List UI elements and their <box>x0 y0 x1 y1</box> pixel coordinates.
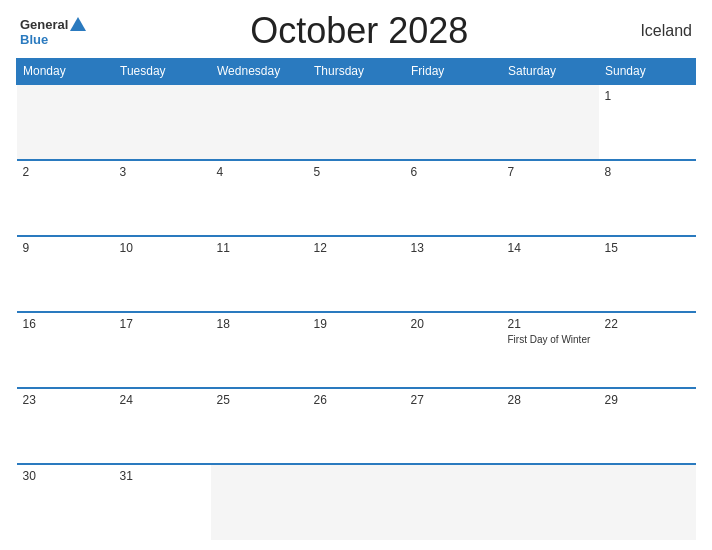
calendar-cell: 4 <box>211 160 308 236</box>
day-number: 21 <box>508 317 593 331</box>
weekday-header-monday: Monday <box>17 59 114 85</box>
day-number: 9 <box>23 241 108 255</box>
calendar-cell <box>502 464 599 540</box>
calendar-cell: 18 <box>211 312 308 388</box>
calendar-header: General Blue October 2028 Iceland <box>16 10 696 52</box>
weekday-header-saturday: Saturday <box>502 59 599 85</box>
calendar-cell: 13 <box>405 236 502 312</box>
weekday-header-sunday: Sunday <box>599 59 696 85</box>
day-number: 24 <box>120 393 205 407</box>
day-number: 19 <box>314 317 399 331</box>
calendar-cell: 21First Day of Winter <box>502 312 599 388</box>
week-row-3: 9101112131415 <box>17 236 696 312</box>
calendar-cell: 2 <box>17 160 114 236</box>
calendar-cell: 29 <box>599 388 696 464</box>
calendar-cell: 31 <box>114 464 211 540</box>
day-number: 1 <box>605 89 690 103</box>
calendar-cell: 15 <box>599 236 696 312</box>
day-number: 8 <box>605 165 690 179</box>
calendar-cell: 6 <box>405 160 502 236</box>
week-row-2: 2345678 <box>17 160 696 236</box>
weekday-header-wednesday: Wednesday <box>211 59 308 85</box>
calendar-cell <box>308 84 405 160</box>
day-number: 17 <box>120 317 205 331</box>
logo: General Blue <box>20 17 86 46</box>
calendar-cell: 8 <box>599 160 696 236</box>
day-number: 26 <box>314 393 399 407</box>
weekday-header-friday: Friday <box>405 59 502 85</box>
calendar-cell: 16 <box>17 312 114 388</box>
logo-triangle-icon <box>70 17 86 31</box>
day-number: 5 <box>314 165 399 179</box>
calendar-cell: 9 <box>17 236 114 312</box>
day-number: 13 <box>411 241 496 255</box>
calendar-cell: 1 <box>599 84 696 160</box>
calendar-cell: 24 <box>114 388 211 464</box>
day-number: 25 <box>217 393 302 407</box>
day-number: 16 <box>23 317 108 331</box>
calendar-cell: 26 <box>308 388 405 464</box>
day-number: 29 <box>605 393 690 407</box>
logo-general-text: General <box>20 18 68 31</box>
calendar-cell <box>17 84 114 160</box>
week-row-6: 3031 <box>17 464 696 540</box>
calendar-container: General Blue October 2028 Iceland Monday… <box>0 0 712 550</box>
calendar-cell: 14 <box>502 236 599 312</box>
day-number: 10 <box>120 241 205 255</box>
day-number: 11 <box>217 241 302 255</box>
calendar-cell <box>502 84 599 160</box>
calendar-cell: 20 <box>405 312 502 388</box>
calendar-body: 123456789101112131415161718192021First D… <box>17 84 696 540</box>
weekday-header-tuesday: Tuesday <box>114 59 211 85</box>
calendar-cell: 30 <box>17 464 114 540</box>
day-number: 3 <box>120 165 205 179</box>
logo-row1: General <box>20 17 86 33</box>
calendar-title: October 2028 <box>86 10 632 52</box>
calendar-cell: 7 <box>502 160 599 236</box>
day-number: 18 <box>217 317 302 331</box>
calendar-cell: 19 <box>308 312 405 388</box>
week-row-5: 23242526272829 <box>17 388 696 464</box>
day-number: 12 <box>314 241 399 255</box>
day-number: 15 <box>605 241 690 255</box>
calendar-cell <box>308 464 405 540</box>
calendar-thead: MondayTuesdayWednesdayThursdayFridaySatu… <box>17 59 696 85</box>
calendar-cell: 28 <box>502 388 599 464</box>
day-number: 6 <box>411 165 496 179</box>
calendar-cell <box>405 464 502 540</box>
calendar-cell: 12 <box>308 236 405 312</box>
calendar-cell: 5 <box>308 160 405 236</box>
day-number: 14 <box>508 241 593 255</box>
country-label: Iceland <box>632 22 692 40</box>
day-number: 27 <box>411 393 496 407</box>
day-number: 28 <box>508 393 593 407</box>
calendar-cell: 10 <box>114 236 211 312</box>
day-number: 20 <box>411 317 496 331</box>
day-number: 30 <box>23 469 108 483</box>
calendar-cell: 25 <box>211 388 308 464</box>
weekday-header-row: MondayTuesdayWednesdayThursdayFridaySatu… <box>17 59 696 85</box>
logo-blue-text: Blue <box>20 33 86 46</box>
week-row-1: 1 <box>17 84 696 160</box>
calendar-cell: 11 <box>211 236 308 312</box>
day-number: 4 <box>217 165 302 179</box>
logo-inner: General Blue <box>20 17 86 46</box>
day-number: 2 <box>23 165 108 179</box>
event-text: First Day of Winter <box>508 333 593 346</box>
day-number: 23 <box>23 393 108 407</box>
calendar-cell: 27 <box>405 388 502 464</box>
calendar-cell <box>114 84 211 160</box>
day-number: 22 <box>605 317 690 331</box>
week-row-4: 161718192021First Day of Winter22 <box>17 312 696 388</box>
calendar-cell <box>211 84 308 160</box>
weekday-header-thursday: Thursday <box>308 59 405 85</box>
calendar-cell: 22 <box>599 312 696 388</box>
calendar-table: MondayTuesdayWednesdayThursdayFridaySatu… <box>16 58 696 540</box>
calendar-cell <box>211 464 308 540</box>
calendar-cell: 17 <box>114 312 211 388</box>
day-number: 31 <box>120 469 205 483</box>
calendar-cell: 23 <box>17 388 114 464</box>
calendar-cell <box>405 84 502 160</box>
calendar-cell <box>599 464 696 540</box>
calendar-cell: 3 <box>114 160 211 236</box>
